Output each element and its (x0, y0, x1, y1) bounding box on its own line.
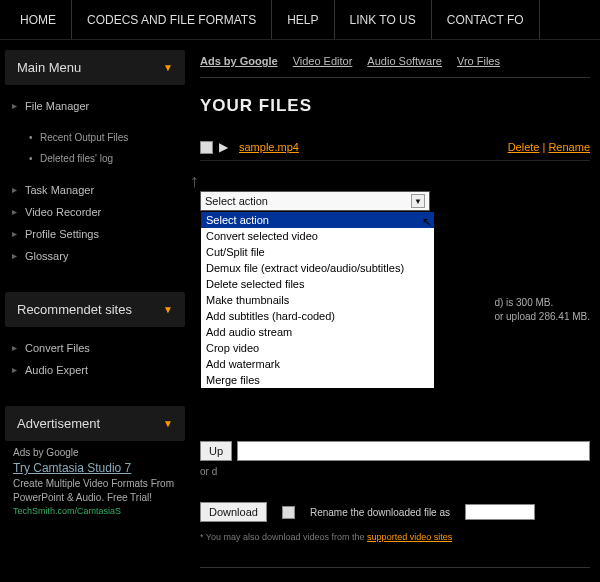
dropdown-option[interactable]: Make thumbnails (201, 292, 434, 308)
ad-by-label: Ads by Google (13, 446, 177, 460)
file-name-link[interactable]: sample.mp4 (234, 141, 502, 153)
ads-link-video-editor[interactable]: Video Editor (293, 55, 353, 67)
file-row: ▶ sample.mp4 Delete | Rename (200, 134, 590, 161)
delete-link[interactable]: Delete (508, 141, 540, 153)
supported-sites-link[interactable]: supported video sites (367, 532, 452, 542)
dropdown-option[interactable]: Delete selected files (201, 276, 434, 292)
upload-button[interactable]: Up (200, 441, 232, 461)
sidebar: Main Menu▼ File Manager Recent Output Fi… (0, 40, 190, 582)
main-menu-header[interactable]: Main Menu▼ (5, 50, 185, 85)
ad-title[interactable]: Try Camtasia Studio 7 (13, 460, 177, 477)
top-nav: HOME CODECS AND FILE FORMATS HELP LINK T… (0, 0, 600, 40)
upload-hint: or d (200, 461, 590, 482)
ads-link-audio-software[interactable]: Audio Software (367, 55, 442, 67)
sidebar-item-task-manager[interactable]: Task Manager (10, 179, 180, 201)
dropdown-option[interactable]: Add subtitles (hard-coded) (201, 308, 434, 324)
dropdown-option[interactable]: Add audio stream (201, 324, 434, 340)
download-button[interactable]: Download (200, 502, 267, 522)
nav-help[interactable]: HELP (272, 0, 334, 39)
sidebar-item-recent-output[interactable]: Recent Output Files (15, 127, 175, 148)
recommended-header[interactable]: Recommendet sites▼ (5, 292, 185, 327)
nav-codecs[interactable]: CODECS AND FILE FORMATS (72, 0, 272, 39)
note-text: You may also download videos from the (206, 532, 367, 542)
dropdown-option[interactable]: Merge files (201, 372, 434, 388)
advertisement-header[interactable]: Advertisement▼ (5, 406, 185, 441)
sidebar-item-profile-settings[interactable]: Profile Settings (10, 223, 180, 245)
file-checkbox[interactable] (200, 141, 213, 154)
sidebar-item-video-recorder[interactable]: Video Recorder (10, 201, 180, 223)
play-icon[interactable]: ▶ (219, 140, 228, 154)
nav-contact[interactable]: CONTACT FO (432, 0, 540, 39)
sidebar-item-file-manager[interactable]: File Manager (10, 95, 180, 117)
upload-input[interactable] (237, 441, 590, 461)
up-arrow-icon: ↑ (190, 171, 199, 192)
nav-link-to-us[interactable]: LINK TO US (335, 0, 432, 39)
sidebar-item-deleted-log[interactable]: Deleted files' log (15, 148, 175, 169)
page-title: YOUR FILES (200, 96, 590, 116)
dropdown-option[interactable]: Convert selected video (201, 228, 434, 244)
bg-text-1: d) is 300 MB. (494, 296, 590, 310)
chevron-down-icon: ▼ (163, 418, 173, 429)
sidebar-item-audio-expert[interactable]: Audio Expert (10, 359, 180, 381)
action-select[interactable]: Select action ▼ (200, 191, 430, 211)
dropdown-option[interactable]: Select action↖ (201, 212, 434, 228)
rename-checkbox[interactable] (282, 506, 295, 519)
ads-by-label: Ads by Google (200, 55, 278, 67)
sidebar-item-convert-files[interactable]: Convert Files (10, 337, 180, 359)
rename-link[interactable]: Rename (548, 141, 590, 153)
dropdown-option[interactable]: Demux file (extract video/audio/subtitle… (201, 260, 434, 276)
rename-input[interactable] (465, 504, 535, 520)
ad-body: Create Multiple Video Formats From Power… (13, 477, 177, 505)
dropdown-option[interactable]: Cut/Split file (201, 244, 434, 260)
sidebar-ad[interactable]: Ads by Google Try Camtasia Studio 7 Crea… (5, 441, 185, 522)
cursor-icon: ↖ (422, 215, 432, 229)
nav-home[interactable]: HOME (5, 0, 72, 39)
rename-label: Rename the downloaded file as (310, 507, 450, 518)
main-content: Ads by Google Video Editor Audio Softwar… (190, 40, 600, 582)
chevron-down-icon: ▼ (163, 62, 173, 73)
chevron-down-icon[interactable]: ▼ (411, 194, 425, 208)
chevron-down-icon: ▼ (163, 304, 173, 315)
ads-link-vro-files[interactable]: Vro Files (457, 55, 500, 67)
bg-text-2: or upload 286.41 MB. (494, 310, 590, 324)
ads-row: Ads by Google Video Editor Audio Softwar… (200, 55, 590, 78)
ad-url[interactable]: TechSmith.com/CamtasiaS (13, 505, 177, 518)
dropdown-option[interactable]: Crop video (201, 340, 434, 356)
action-dropdown: Select action↖ Convert selected video Cu… (200, 211, 435, 389)
dropdown-option[interactable]: Add watermark (201, 356, 434, 372)
sidebar-item-glossary[interactable]: Glossary (10, 245, 180, 267)
